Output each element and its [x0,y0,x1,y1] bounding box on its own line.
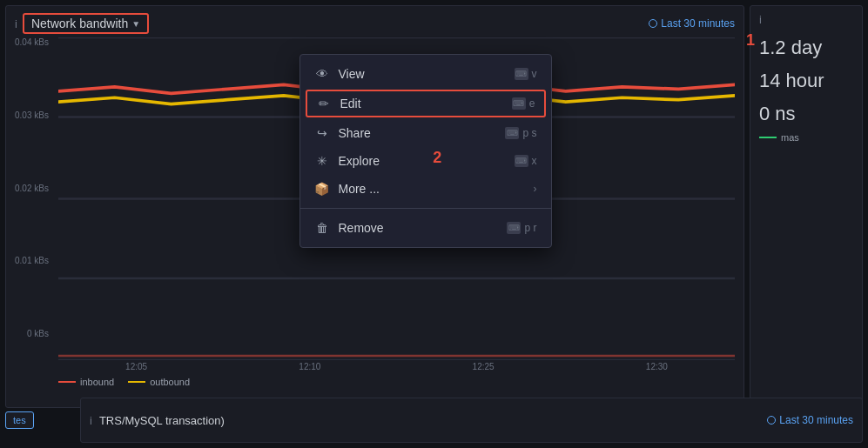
menu-item-edit-left: ✏ Edit [316,97,361,110]
view-shortcut-key: v [532,68,537,80]
remove-label: Remove [339,221,384,235]
side-legend-label: mas [781,132,799,143]
more-icon: 📦 [314,182,330,196]
menu-section-main: 👁 View ⌨ v ✏ Edit [300,55,551,208]
explore-label: Explore [339,154,380,168]
time-range[interactable]: Last 30 minutes [649,17,735,30]
menu-item-share[interactable]: ↪ Share ⌨ p s [300,119,551,147]
menu-item-edit[interactable]: ✏ Edit ⌨ e [306,90,546,117]
chevron-down-icon: ▼ [131,19,140,29]
view-label: View [339,67,365,81]
trash-icon: 🗑 [314,221,330,235]
x-axis: 12:05 12:10 12:25 12:30 [50,360,744,373]
bottom-panel: i TRS/MySQL transaction) Last 30 minutes [80,398,863,443]
time-range-label: Last 30 minutes [661,17,735,30]
legend-inbound: inbound [58,377,114,387]
keyboard-icon-share: ⌨ [505,127,519,139]
remove-shortcut-key: p r [524,222,536,234]
x-label-0: 12:05 [125,362,147,371]
remove-shortcut: ⌨ p r [507,222,536,234]
chevron-right-icon: › [534,183,537,195]
side-legend: mas [750,129,862,146]
explore-shortcut: ⌨ x [515,155,537,167]
clock-icon [649,19,657,28]
outbound-label: outbound [150,377,190,387]
menu-item-remove[interactable]: 🗑 Remove ⌨ p r [300,214,551,242]
panel-header: i Network bandwith ▼ Last 30 minutes [6,6,744,37]
legend-outbound: outbound [128,377,190,387]
keyboard-icon-explore: ⌨ [515,155,528,167]
eye-icon: 👁 [314,67,330,81]
keyboard-icon-edit: ⌨ [512,97,526,110]
bottom-time-label: Last 30 minutes [779,414,853,426]
y-label-2: 0.02 kBs [15,184,49,193]
tab-tes[interactable]: tes [5,411,34,429]
badge-1: 1 [746,31,755,50]
chart-legend: inbound outbound [50,373,744,392]
inbound-label: inbound [80,377,114,387]
more-label: More ... [339,182,380,196]
y-label-0: 0 kBs [27,329,49,338]
menu-item-explore[interactable]: ✳ Explore ⌨ x [300,147,551,175]
menu-item-explore-left: ✳ Explore [314,154,380,168]
menu-item-view-left: 👁 View [314,67,365,81]
side-value-1: 1.2 day [750,30,862,63]
bottom-clock-icon [767,416,776,425]
bottom-time-range[interactable]: Last 30 minutes [767,414,853,426]
main-panel: i Network bandwith ▼ Last 30 minutes 0.0… [5,5,744,408]
y-label-4: 0.04 kBs [15,37,49,47]
view-shortcut: ⌨ v [515,68,537,80]
menu-item-remove-left: 🗑 Remove [314,221,384,235]
panel-title-text: Network bandwith [31,17,128,30]
keyboard-icon: ⌨ [515,68,528,80]
master-line-icon [759,137,777,138]
x-label-1: 12:10 [299,362,320,371]
x-label-3: 12:30 [646,362,668,371]
badge-2: 2 [433,149,441,167]
share-shortcut: ⌨ p s [505,127,536,139]
edit-label: Edit [340,97,361,110]
y-label-1: 0.01 kBs [15,256,49,265]
side-info-icon[interactable]: i [759,13,762,26]
y-label-3: 0.03 kBs [15,110,49,120]
menu-item-more-left: 📦 More ... [314,182,380,196]
panel-grid: i Network bandwith ▼ Last 30 minutes 0.0… [0,0,868,413]
dashboard: 1 i Network bandwith ▼ Last 30 minutes [0,0,868,448]
keyboard-icon-remove: ⌨ [507,222,521,234]
menu-item-view[interactable]: 👁 View ⌨ v [300,60,551,88]
side-value-3: 0 ns [750,96,862,129]
panel-title-button[interactable]: Network bandwith ▼ [23,13,149,34]
edit-shortcut: ⌨ e [512,97,535,110]
menu-item-share-left: ↪ Share [314,126,371,140]
dropdown-menu: 2 👁 View ⌨ v [299,54,552,248]
side-panel: i 1.2 day 14 hour 0 ns mas [750,5,863,408]
explore-icon: ✳ [314,154,330,168]
edit-shortcut-key: e [529,97,535,110]
bottom-panel-title: TRS/MySQL transaction) [99,414,225,427]
side-value-2: 14 hour [750,63,862,96]
outbound-line-icon [128,381,145,383]
x-label-2: 12:25 [473,362,495,371]
explore-shortcut-key: x [532,155,537,167]
side-panel-header: i [750,6,862,30]
share-shortcut-key: p s [522,127,536,139]
share-label: Share [339,126,371,140]
share-icon: ↪ [314,126,330,140]
inbound-line-icon [58,381,76,383]
menu-item-more[interactable]: 📦 More ... › [300,175,551,203]
panel-title-area: i Network bandwith ▼ [15,13,149,34]
menu-section-remove: 🗑 Remove ⌨ p r [300,209,551,247]
y-axis: 0.04 kBs 0.03 kBs 0.02 kBs 0.01 kBs 0 kB… [15,37,49,338]
info-icon[interactable]: i [15,17,17,30]
bottom-info-icon[interactable]: i [90,414,92,427]
edit-icon: ✏ [316,97,332,110]
